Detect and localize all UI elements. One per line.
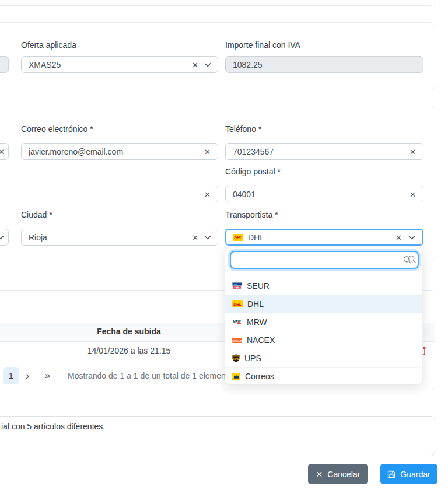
carrier-option-label: DHL — [247, 299, 264, 309]
pagination-page-1[interactable]: 1 — [3, 367, 19, 384]
carrier-dropdown-panel: SEUR SEUR DHL DHL MRW MRW NACEX N — [225, 247, 423, 384]
clear-icon[interactable]: ✕ — [204, 190, 211, 198]
svg-text:MRW: MRW — [233, 320, 241, 323]
mrw-flag-icon: MRW — [232, 319, 242, 325]
cutoff-disabled-field — [0, 56, 9, 73]
city-select-value: Rioja — [29, 233, 47, 242]
svg-text:SEUR: SEUR — [233, 286, 242, 289]
close-icon: ✕ — [316, 470, 323, 479]
offer-label: Oferta aplicada — [21, 40, 76, 50]
carrier-option-label: SEUR — [247, 281, 270, 291]
pagination-next-button[interactable]: › — [26, 367, 29, 384]
svg-text:UPS: UPS — [233, 358, 240, 361]
text-caret — [233, 253, 233, 262]
clear-icon[interactable]: ✕ — [204, 148, 211, 155]
carrier-option-label: Correos — [245, 372, 274, 381]
clear-icon[interactable]: ✕ — [410, 148, 416, 155]
svg-text:NACEX: NACEX — [232, 339, 242, 342]
address-field: ✕ — [0, 186, 218, 202]
offer-select[interactable]: XMAS25 ✕ — [21, 56, 218, 73]
email-field: ✕ — [21, 143, 218, 160]
customer-card: ✕ Correo electrónico * ✕ Teléfono * ✕ ✕ … — [0, 106, 435, 260]
save-floppy-icon — [387, 470, 396, 478]
previous-card-fragment — [0, 0, 435, 6]
carrier-option-label: NACEX — [247, 335, 275, 345]
city-label: Ciudad * — [21, 210, 52, 219]
clear-icon[interactable]: ✕ — [0, 148, 5, 155]
total-field: 1082.25 — [225, 56, 424, 73]
carrier-option-correos[interactable]: Correos — [225, 367, 422, 385]
phone-label: Teléfono * — [225, 124, 261, 134]
offer-card: Oferta aplicada XMAS25 ✕ Importe final c… — [0, 22, 435, 90]
postal-label: Código postal * — [225, 167, 281, 176]
postal-input[interactable] — [225, 186, 424, 202]
phone-input[interactable] — [225, 143, 424, 160]
correos-flag-icon — [232, 373, 240, 380]
carrier-option-list: SEUR SEUR DHL DHL MRW MRW NACEX N — [225, 277, 422, 385]
cancel-button-label: Cancelar — [327, 470, 360, 479]
chevron-down-icon — [0, 235, 4, 240]
pagination-summary: Mostrando de 1 a 1 de un total de 1 elem… — [68, 367, 239, 384]
clear-icon[interactable]: ✕ — [192, 61, 198, 68]
column-header-fecha-de-subida: Fecha de subida — [41, 327, 216, 336]
carrier-option-seur[interactable]: SEUR SEUR — [225, 277, 422, 295]
total-label: Importe final con IVA — [225, 40, 300, 50]
dhl-flag-icon: DHL — [232, 300, 243, 307]
carrier-option-mrw[interactable]: MRW MRW — [225, 313, 422, 331]
svg-text:DHL: DHL — [234, 235, 242, 239]
cutoff-field-1: ✕ — [0, 143, 9, 160]
search-icon — [408, 255, 416, 265]
carrier-label: Transportista * — [225, 210, 278, 219]
chevron-down-icon — [204, 62, 211, 67]
carrier-select-value: DHL — [248, 233, 264, 242]
email-label: Correo electrónico * — [21, 124, 93, 134]
carrier-option-dhl[interactable]: DHL DHL — [225, 295, 422, 313]
phone-field: ✕ — [225, 143, 424, 160]
chevron-down-icon — [408, 235, 415, 240]
total-value: 1082.25 — [233, 60, 262, 69]
seur-flag-icon: SEUR — [232, 282, 242, 289]
pagination-last-button[interactable]: » — [45, 367, 50, 384]
offer-select-value: XMAS25 — [29, 60, 61, 69]
cutoff-select[interactable] — [0, 229, 9, 246]
dhl-flag-icon: DHL — [233, 234, 243, 241]
nacex-flag-icon: NACEX — [232, 338, 242, 343]
order-form-page: Oferta aplicada XMAS25 ✕ Importe final c… — [0, 0, 448, 493]
carrier-option-nacex[interactable]: NACEX NACEX — [225, 331, 422, 349]
comments-card[interactable]: ial con 5 artículos diferentes. — [0, 416, 435, 456]
save-button[interactable]: Guardar — [380, 464, 438, 484]
postal-field: ✕ — [225, 186, 424, 202]
carrier-option-ups[interactable]: UPS UPS — [225, 349, 422, 367]
carrier-select[interactable]: DHL DHL ✕ — [225, 229, 424, 246]
table-row-fecha-value: 14/01/2026 a las 21:15 — [41, 346, 216, 355]
svg-text:DHL: DHL — [233, 302, 242, 306]
clear-icon[interactable]: ✕ — [410, 190, 416, 198]
clear-icon[interactable]: ✕ — [396, 233, 402, 241]
carrier-option-label: UPS — [244, 354, 261, 363]
city-select[interactable]: Rioja ✕ — [21, 229, 218, 246]
cancel-button[interactable]: ✕ Cancelar — [308, 464, 368, 484]
email-input[interactable] — [21, 143, 218, 160]
save-button-label: Guardar — [400, 470, 430, 479]
address-input[interactable] — [0, 186, 218, 202]
comments-text: ial con 5 artículos diferentes. — [1, 422, 105, 431]
ups-flag-icon: UPS — [232, 354, 240, 362]
carrier-option-label: MRW — [247, 317, 267, 327]
carrier-search-input[interactable] — [230, 251, 419, 269]
clear-icon[interactable]: ✕ — [192, 233, 198, 241]
chevron-down-icon — [204, 235, 211, 240]
